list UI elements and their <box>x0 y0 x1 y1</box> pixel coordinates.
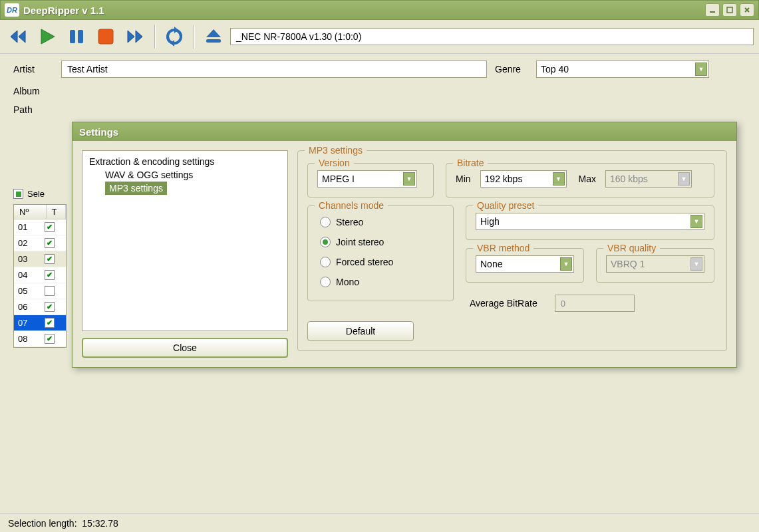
path-label: Path <box>13 104 53 115</box>
selection-length-value: 15:32.78 <box>82 518 118 529</box>
stop-button[interactable] <box>93 24 118 49</box>
track-checkbox[interactable]: ✔ <box>45 334 55 344</box>
genre-value: Top 40 <box>541 64 569 74</box>
track-checkbox[interactable]: ✔ <box>45 238 55 248</box>
selection-length-label: Selection length: <box>8 518 77 529</box>
track-checkbox[interactable] <box>45 286 55 296</box>
settings-tree[interactable]: Extraction & encoding settings WAV & OGG… <box>82 150 288 331</box>
bitrate-max-label: Max <box>579 174 596 184</box>
artist-input[interactable] <box>61 61 487 78</box>
version-legend: Version <box>315 158 354 168</box>
track-checkbox[interactable]: ✔ <box>45 254 55 264</box>
track-checkbox[interactable]: ✔ <box>45 302 55 312</box>
track-row[interactable]: 01✔ <box>14 219 66 235</box>
track-row[interactable]: 06✔ <box>14 299 66 315</box>
statusbar: Selection length: 15:32.78 <box>0 513 759 532</box>
vbr-quality-value: VBRQ 1 <box>611 259 645 269</box>
artist-label: Artist <box>13 64 53 74</box>
close-button[interactable]: Close <box>82 338 288 358</box>
mono-label: Mono <box>336 277 359 287</box>
bitrate-min-dropdown[interactable]: 192 kbps ▼ <box>480 170 567 188</box>
bitrate-fieldset: Bitrate Min 192 kbps ▼ Max 160 kbps ▼ <box>446 163 714 198</box>
radio-icon <box>320 257 331 267</box>
track-row[interactable]: 05 <box>14 283 66 299</box>
version-dropdown[interactable]: MPEG I ▼ <box>317 170 417 188</box>
tree-mp3[interactable]: MP3 settings <box>105 182 167 195</box>
avg-bitrate-label: Average BitRate <box>470 298 537 309</box>
vbr-method-legend: VBR method <box>473 243 533 253</box>
radio-icon <box>320 237 331 247</box>
track-checkbox[interactable]: ✔ <box>45 222 55 232</box>
next-track-button[interactable] <box>122 24 148 49</box>
radio-mono[interactable]: Mono <box>320 277 441 287</box>
quality-dropdown[interactable]: High ▼ <box>476 213 704 230</box>
app-icon: DR <box>5 3 19 17</box>
col-num[interactable]: Nº <box>14 205 47 219</box>
refresh-button[interactable] <box>162 24 187 49</box>
tree-wav-ogg[interactable]: WAV & OGG settings <box>86 168 283 182</box>
bitrate-min-label: Min <box>456 174 471 184</box>
version-value: MPEG I <box>322 174 355 184</box>
svg-rect-0 <box>710 11 715 13</box>
radio-forced-stereo[interactable]: Forced stereo <box>320 257 441 267</box>
bitrate-legend: Bitrate <box>453 158 488 168</box>
radio-stereo[interactable]: Stereo <box>320 217 441 227</box>
minimize-button[interactable] <box>705 3 720 17</box>
radio-joint-stereo[interactable]: Joint stereo <box>320 237 441 247</box>
chevron-down-icon: ▼ <box>553 172 565 186</box>
pause-button[interactable] <box>64 24 89 49</box>
chevron-down-icon: ▼ <box>403 172 415 186</box>
svg-rect-1 <box>727 7 732 13</box>
previous-track-button[interactable] <box>5 24 31 49</box>
genre-dropdown[interactable]: Top 40 ▼ <box>536 61 709 78</box>
track-num: 05 <box>18 286 45 296</box>
track-row[interactable]: 07✔ <box>14 315 66 331</box>
vbr-method-value: None <box>480 259 502 269</box>
bitrate-min-value: 192 kbps <box>485 174 523 184</box>
track-num: 06 <box>18 302 45 312</box>
vbr-method-fieldset: VBR method None ▼ <box>466 248 584 283</box>
chevron-down-icon: ▼ <box>560 257 572 271</box>
maximize-button[interactable] <box>722 3 737 17</box>
track-num: 02 <box>18 238 45 248</box>
svg-rect-4 <box>98 29 113 44</box>
track-checkbox[interactable]: ✔ <box>45 318 55 328</box>
select-all-checkbox[interactable] <box>13 189 23 199</box>
chevron-down-icon: ▼ <box>690 257 702 271</box>
track-num: 01 <box>18 222 45 232</box>
settings-dialog: Settings Extraction & encoding settings … <box>72 122 737 368</box>
eject-button[interactable] <box>201 24 226 49</box>
drive-field[interactable]: _NEC NR-7800A v1.30 (1:0:0) <box>230 28 754 45</box>
svg-rect-5 <box>206 39 221 43</box>
track-num: 03 <box>18 254 45 264</box>
album-label: Album <box>13 86 53 96</box>
track-row[interactable]: 02✔ <box>14 235 66 251</box>
channels-legend: Channels mode <box>315 200 388 211</box>
close-button[interactable] <box>740 3 754 17</box>
chevron-down-icon: ▼ <box>678 172 690 186</box>
radio-icon <box>320 277 331 287</box>
chevron-down-icon: ▼ <box>690 215 702 228</box>
bitrate-max-value: 160 kbps <box>610 174 648 184</box>
track-num: 08 <box>18 334 45 344</box>
app-title: DeepRipper v 1.1 <box>23 5 705 16</box>
dialog-title: Settings <box>73 122 736 141</box>
quality-value: High <box>480 216 500 227</box>
track-row[interactable]: 04✔ <box>14 267 66 283</box>
track-checkbox[interactable]: ✔ <box>45 270 55 280</box>
mp3-legend: MP3 settings <box>305 145 367 156</box>
col-t[interactable]: T <box>47 205 66 219</box>
table-area: Sele Nº T 01✔02✔03✔04✔0506✔07✔08✔ <box>0 189 80 348</box>
default-button[interactable]: Default <box>307 321 414 341</box>
play-button[interactable] <box>35 24 60 49</box>
vbr-quality-legend: VBR quality <box>603 243 660 253</box>
tree-root[interactable]: Extraction & encoding settings <box>86 155 283 168</box>
quality-fieldset: Quality preset High ▼ <box>466 205 714 240</box>
vbr-method-dropdown[interactable]: None ▼ <box>476 255 574 273</box>
track-row[interactable]: 03✔ <box>14 251 66 267</box>
vbr-quality-fieldset: VBR quality VBRQ 1 ▼ <box>596 248 714 283</box>
quality-legend: Quality preset <box>473 200 538 211</box>
form-area: Artist Genre Top 40 ▼ Album Path <box>0 54 759 130</box>
track-row[interactable]: 08✔ <box>14 331 66 347</box>
toolbar: _NEC NR-7800A v1.30 (1:0:0) <box>0 20 759 54</box>
